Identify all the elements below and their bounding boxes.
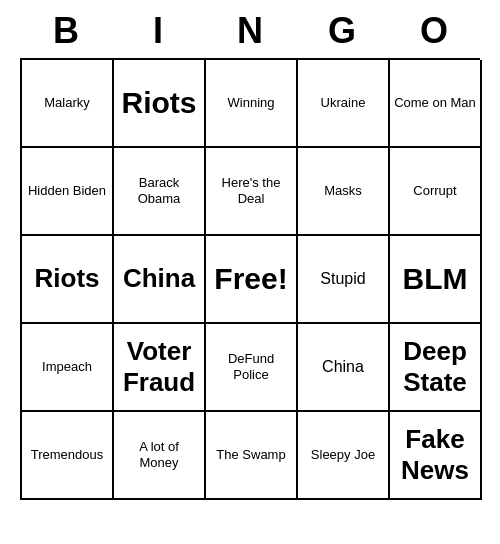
cell-r3-c4: Deep State (390, 324, 482, 412)
bingo-letter-o: O (390, 10, 478, 52)
cell-r0-c2: Winning (206, 60, 298, 148)
bingo-header: BINGO (20, 10, 480, 52)
cell-r2-c4: BLM (390, 236, 482, 324)
cell-r3-c1: Voter Fraud (114, 324, 206, 412)
cell-r1-c0: Hidden Biden (22, 148, 114, 236)
bingo-letter-g: G (298, 10, 386, 52)
cell-r0-c4: Come on Man (390, 60, 482, 148)
cell-r0-c0: Malarky (22, 60, 114, 148)
cell-r4-c2: The Swamp (206, 412, 298, 500)
cell-r3-c3: China (298, 324, 390, 412)
cell-r1-c3: Masks (298, 148, 390, 236)
cell-r4-c0: Tremendous (22, 412, 114, 500)
cell-r2-c0: Riots (22, 236, 114, 324)
cell-r2-c3: Stupid (298, 236, 390, 324)
cell-r4-c1: A lot of Money (114, 412, 206, 500)
bingo-letter-n: N (206, 10, 294, 52)
cell-r0-c1: Riots (114, 60, 206, 148)
cell-r3-c0: Impeach (22, 324, 114, 412)
cell-r1-c1: Barack Obama (114, 148, 206, 236)
cell-r2-c1: China (114, 236, 206, 324)
cell-r1-c4: Corrupt (390, 148, 482, 236)
cell-r2-c2: Free! (206, 236, 298, 324)
cell-r4-c3: Sleepy Joe (298, 412, 390, 500)
bingo-grid: MalarkyRiotsWinningUkraineCome on ManHid… (20, 58, 480, 500)
cell-r4-c4: Fake News (390, 412, 482, 500)
bingo-letter-i: I (114, 10, 202, 52)
cell-r3-c2: DeFund Police (206, 324, 298, 412)
cell-r1-c2: Here's the Deal (206, 148, 298, 236)
cell-r0-c3: Ukraine (298, 60, 390, 148)
bingo-letter-b: B (22, 10, 110, 52)
